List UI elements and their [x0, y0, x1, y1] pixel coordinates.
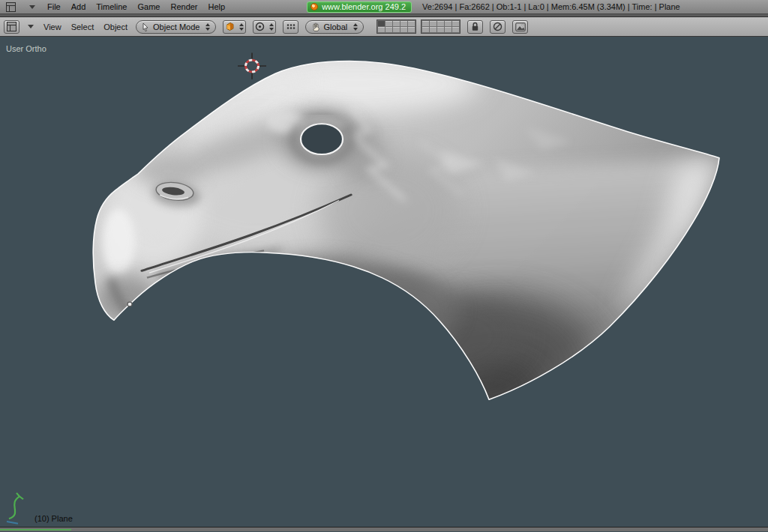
draw-type-button[interactable] — [223, 20, 246, 34]
menu-add[interactable]: Add — [71, 2, 86, 11]
layer-9-button[interactable] — [400, 27, 407, 32]
shading-cube-icon — [225, 22, 235, 31]
hand-icon — [311, 22, 320, 31]
layer-16-button[interactable] — [422, 27, 429, 32]
layer-7-button[interactable] — [386, 27, 392, 32]
version-text: www.blender.org 249.2 — [322, 2, 406, 11]
layer-grid-left — [376, 19, 416, 34]
proportional-edit-button[interactable] — [490, 20, 506, 34]
chevron-down-icon — [29, 5, 35, 9]
scene-stats: Ve:2694 | Fa:2662 | Ob:1-1 | La:0 | Mem:… — [422, 2, 680, 11]
timeline-marker-line — [0, 529, 71, 531]
eagle-head-model[interactable] — [93, 54, 720, 427]
viewport-editor-type-button[interactable] — [4, 20, 20, 34]
pivot-point-button[interactable] — [253, 20, 276, 34]
padlock-icon — [471, 22, 479, 31]
orientation-dropdown[interactable]: Global — [305, 20, 364, 34]
menu-render[interactable]: Render — [170, 2, 197, 11]
layer-5-button[interactable] — [408, 21, 415, 26]
layer-4-button[interactable] — [400, 21, 407, 26]
viewport-canvas[interactable] — [0, 37, 768, 531]
layer-15-button[interactable] — [452, 21, 459, 26]
layer-8-button[interactable] — [393, 27, 400, 32]
menu-file[interactable]: File — [47, 2, 61, 11]
layer-20-button[interactable] — [452, 27, 459, 32]
info-header: File Add Timeline Game Render Help www.b… — [0, 0, 768, 14]
blender-logo-icon — [310, 3, 318, 10]
dots-grid-icon — [286, 23, 296, 30]
version-badge: www.blender.org 249.2 — [307, 1, 412, 13]
stray-vertex — [128, 302, 132, 306]
menu-game[interactable]: Game — [137, 2, 160, 11]
menu-help[interactable]: Help — [208, 2, 226, 11]
3d-cursor — [238, 52, 266, 79]
layer-10-button[interactable] — [408, 27, 415, 32]
layer-17-button[interactable] — [430, 27, 436, 32]
layer-grid-right — [421, 19, 460, 34]
layer-1-button[interactable] — [378, 21, 385, 26]
active-object-label: (10) Plane — [34, 514, 73, 523]
manipulator-toggle-button[interactable] — [283, 20, 298, 34]
header-collapse-arrow[interactable] — [28, 1, 37, 13]
window-type-button[interactable] — [4, 1, 17, 13]
layer-19-button[interactable] — [445, 27, 452, 32]
editor-grid-icon — [7, 22, 16, 31]
view-axis-gizmo — [7, 493, 23, 524]
layer-11-button[interactable] — [422, 21, 429, 26]
layer-14-button[interactable] — [445, 21, 452, 26]
circle-slash-icon — [493, 22, 502, 31]
mode-dropdown[interactable]: Object Mode — [136, 20, 216, 34]
layer-12-button[interactable] — [430, 21, 436, 26]
lock-layers-button[interactable] — [467, 20, 483, 34]
menu-select[interactable]: Select — [71, 22, 94, 31]
viewport-menu-collapse-arrow[interactable] — [26, 21, 35, 32]
viewport-header: View Select Object Object Mode — [0, 17, 768, 37]
lower-area-edge[interactable] — [0, 527, 768, 531]
eye-socket — [293, 118, 350, 161]
layer-13-button[interactable] — [437, 21, 444, 26]
3d-viewport[interactable]: User Ortho (10) Plane — [0, 37, 768, 531]
layer-buttons — [376, 19, 460, 34]
menu-view[interactable]: View — [44, 22, 62, 31]
view-name-label: User Ortho — [6, 44, 46, 53]
layer-6-button[interactable] — [378, 27, 385, 32]
mode-dropdown-label: Object Mode — [153, 22, 200, 31]
dropdown-arrows-icon — [206, 23, 210, 31]
dropdown-arrows-icon — [239, 23, 244, 31]
pointer-icon — [142, 22, 149, 31]
chevron-down-icon — [28, 25, 34, 28]
editor-type-icon — [6, 2, 16, 12]
image-icon — [515, 22, 526, 31]
dropdown-arrows-icon — [269, 23, 274, 31]
menu-object[interactable]: Object — [104, 22, 128, 31]
layer-3-button[interactable] — [393, 21, 400, 26]
layer-2-button[interactable] — [386, 21, 392, 26]
render-preview-button[interactable] — [512, 20, 528, 34]
dropdown-arrows-icon — [353, 23, 358, 31]
menu-timeline[interactable]: Timeline — [96, 2, 127, 11]
layer-18-button[interactable] — [437, 27, 444, 32]
pivot-icon — [255, 22, 265, 31]
orientation-dropdown-label: Global — [323, 22, 347, 31]
